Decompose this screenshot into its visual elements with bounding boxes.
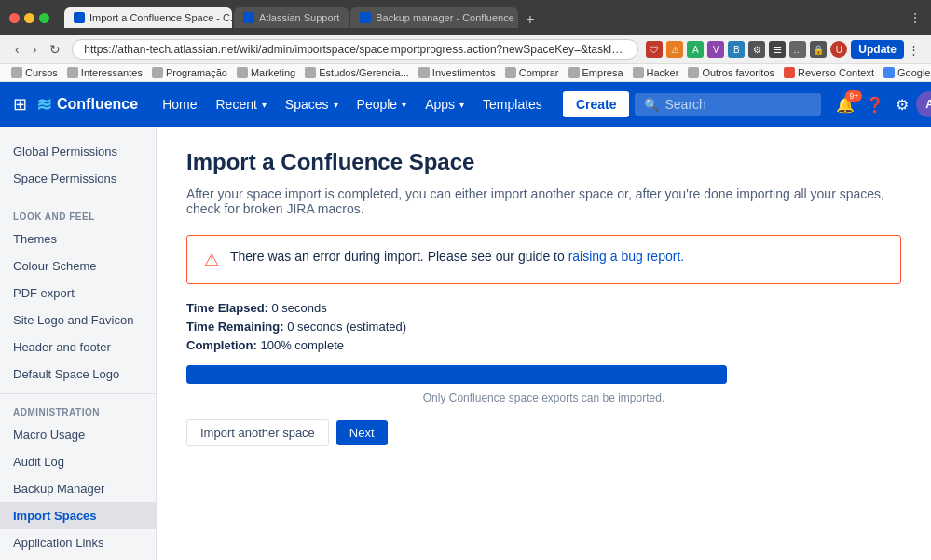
- window-controls: [9, 13, 49, 23]
- close-dot[interactable]: [9, 13, 20, 23]
- sidebar-item-jira-macro-repair[interactable]: JIRA Macro Repair: [0, 556, 156, 560]
- ext-icon-4[interactable]: V: [707, 41, 724, 58]
- tab-favicon: [74, 12, 85, 23]
- nav-home[interactable]: Home: [155, 91, 204, 117]
- administration-section-label: ADMINISTRATION: [0, 400, 156, 421]
- extension-icons: 🛡 ⚠ A V B ⚙ ☰ … 🔒 U Update ⋮: [646, 40, 920, 59]
- sidebar-item-header-footer[interactable]: Header and footer: [0, 334, 156, 361]
- progress-caption: Only Confluence space exports can be imp…: [186, 391, 901, 404]
- nav-templates[interactable]: Templates: [475, 91, 550, 117]
- completion-val: 100% complete: [260, 338, 344, 352]
- sidebar-item-site-logo[interactable]: Site Logo and Favicon: [0, 307, 156, 334]
- time-remaining-label: Time Remaining:: [186, 320, 284, 334]
- bookmark-estudos[interactable]: Estudos/Gerencia...: [305, 67, 409, 78]
- nav-recent[interactable]: Recent▾: [208, 91, 273, 117]
- sidebar-item-backup-manager[interactable]: Backup Manager: [0, 475, 156, 502]
- sidebar-item-colour-scheme[interactable]: Colour Scheme: [0, 253, 156, 280]
- ext-icon-2[interactable]: ⚠: [666, 41, 683, 58]
- sidebar-item-audit-log[interactable]: Audit Log: [0, 448, 156, 475]
- bookmark-reverso[interactable]: Reverso Context: [784, 67, 874, 78]
- back-button[interactable]: ‹: [11, 40, 23, 59]
- nav-people[interactable]: People▾: [349, 91, 415, 117]
- chevron-down-icon-3: ▾: [402, 100, 406, 110]
- update-button[interactable]: Update: [851, 40, 904, 59]
- action-buttons: Import another space Next: [186, 419, 901, 446]
- bookmark-marketing[interactable]: Marketing: [237, 67, 295, 78]
- tab-favicon-2: [243, 12, 254, 23]
- bookmark-empresa[interactable]: Empresa: [568, 67, 623, 78]
- completion-row: Completion: 100% complete: [186, 338, 901, 352]
- nav-icons: 🔔 9+ ❓ ⚙ A: [832, 91, 931, 117]
- main-content: Import a Confluence Space After your spa…: [157, 127, 931, 560]
- bookmark-comprar[interactable]: Comprar: [505, 67, 559, 78]
- bookmark-google-translate[interactable]: Google Tradutor: [883, 67, 931, 78]
- notification-badge: 9+: [845, 90, 862, 102]
- chevron-down-icon-4: ▾: [459, 100, 464, 110]
- sidebar-item-application-links[interactable]: Application Links: [0, 529, 156, 556]
- ext-icon-3[interactable]: A: [687, 41, 704, 58]
- error-box: ⚠ There was an error during import. Plea…: [186, 235, 901, 284]
- tab-import-space[interactable]: Import a Confluence Space - C... ✕: [64, 7, 232, 28]
- nav-buttons: ‹ › ↻: [11, 40, 64, 59]
- nav-spaces[interactable]: Spaces▾: [278, 91, 346, 117]
- ext-icon-6[interactable]: ⚙: [748, 41, 765, 58]
- time-remaining-row: Time Remaining: 0 seconds (estimated): [186, 320, 901, 334]
- confluence-logo-text: Confluence: [57, 96, 138, 113]
- forward-button[interactable]: ›: [29, 40, 41, 59]
- import-another-space-button[interactable]: Import another space: [186, 419, 329, 446]
- url-bar[interactable]: https://athan-tech.atlassian.net/wiki/ad…: [72, 39, 638, 60]
- sidebar-item-macro-usage[interactable]: Macro Usage: [0, 421, 156, 448]
- bookmark-programacao[interactable]: Programação: [152, 67, 227, 78]
- browser-menu-icon[interactable]: ⋮: [909, 10, 922, 25]
- user-icon[interactable]: U: [830, 41, 847, 58]
- bookmark-hacker[interactable]: Hacker: [633, 67, 679, 78]
- browser-chrome: Import a Confluence Space - C... ✕ Atlas…: [0, 0, 931, 35]
- error-message: There was an error during import. Please…: [230, 249, 684, 264]
- fullscreen-dot[interactable]: [39, 13, 49, 23]
- error-text-content: There was an error during import. Please…: [230, 249, 568, 264]
- sidebar-item-default-space-logo[interactable]: Default Space Logo: [0, 361, 156, 388]
- bookmark-interessantes[interactable]: Interessantes: [67, 67, 143, 78]
- ext-icon-8[interactable]: …: [789, 41, 806, 58]
- bug-report-link[interactable]: raising a bug report.: [568, 249, 685, 264]
- tab-backup-manager[interactable]: Backup manager - Confluence: [350, 7, 518, 28]
- sidebar-item-import-spaces[interactable]: Import Spaces: [0, 502, 156, 529]
- nav-apps[interactable]: Apps▾: [418, 91, 472, 117]
- tab-atlassian-support[interactable]: Atlassian Support: [234, 7, 349, 28]
- tab-label-2: Atlassian Support: [259, 12, 339, 23]
- time-elapsed-row: Time Elapsed: 0 seconds: [186, 301, 901, 315]
- sidebar-divider-1: [0, 198, 156, 198]
- ext-icon-5[interactable]: B: [728, 41, 745, 58]
- notifications-button[interactable]: 🔔 9+: [832, 92, 858, 117]
- sidebar-divider-2: [0, 393, 156, 394]
- completion-label: Completion:: [186, 338, 257, 352]
- sidebar-item-pdf-export[interactable]: PDF export: [0, 280, 156, 307]
- more-icon[interactable]: ⋮: [908, 43, 920, 57]
- address-bar: ‹ › ↻ https://athan-tech.atlassian.net/w…: [0, 35, 931, 64]
- reload-button[interactable]: ↻: [46, 40, 64, 59]
- sidebar-item-themes[interactable]: Themes: [0, 225, 156, 253]
- bookmark-cursos[interactable]: Cursos: [11, 67, 58, 78]
- search-icon: 🔍: [644, 98, 659, 112]
- help-button[interactable]: ❓: [862, 92, 888, 117]
- search-bar[interactable]: 🔍: [635, 93, 821, 116]
- search-input[interactable]: [664, 97, 804, 112]
- time-remaining-val: 0 seconds (estimated): [287, 320, 406, 334]
- look-and-feel-section-label: LOOK AND FEEL: [0, 204, 156, 225]
- bookmark-outros[interactable]: Outros favoritos: [688, 67, 774, 78]
- minimize-dot[interactable]: [24, 13, 34, 23]
- apps-grid-icon[interactable]: ⊞: [13, 94, 27, 115]
- bookmark-investimentos[interactable]: Investimentos: [418, 67, 496, 78]
- new-tab-button[interactable]: +: [520, 11, 540, 28]
- confluence-logo[interactable]: ≋ Confluence: [36, 93, 138, 116]
- sidebar-item-space-permissions[interactable]: Space Permissions: [0, 165, 156, 192]
- ext-icon-1[interactable]: 🛡: [646, 41, 663, 58]
- ext-icon-7[interactable]: ☰: [769, 41, 786, 58]
- user-avatar[interactable]: A: [916, 91, 931, 117]
- sidebar-item-global-permissions[interactable]: Global Permissions: [0, 138, 156, 165]
- ext-icon-9[interactable]: 🔒: [810, 41, 827, 58]
- settings-button[interactable]: ⚙: [892, 92, 912, 117]
- progress-bar-fill: [186, 365, 727, 384]
- create-button[interactable]: Create: [563, 91, 630, 117]
- next-button[interactable]: Next: [336, 420, 388, 445]
